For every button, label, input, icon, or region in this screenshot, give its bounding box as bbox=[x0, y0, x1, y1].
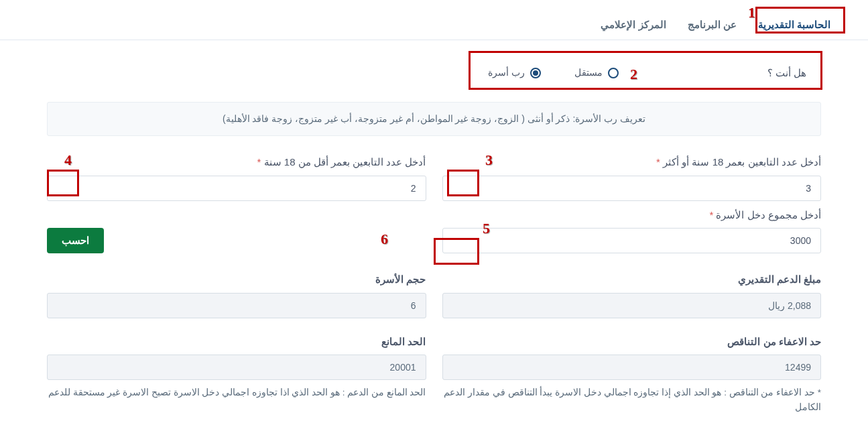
income-input[interactable] bbox=[442, 228, 822, 253]
result-family-size: حجم الأسرة bbox=[47, 272, 426, 318]
content-area: هل أنت ؟ مستقل رب أسرة تعريف رب الأسرة: … bbox=[0, 40, 868, 431]
family-head-definition: تعريف رب الأسرة: ذكر أو أنثى ( الزوج، زو… bbox=[47, 102, 821, 136]
radio-label: رب أسرة bbox=[488, 66, 525, 80]
family-size-output bbox=[47, 293, 426, 318]
result-label: حجم الأسرة bbox=[47, 272, 426, 288]
adults-input[interactable] bbox=[442, 176, 822, 201]
exemption-limit-output bbox=[442, 355, 822, 380]
result-label: الحد المانع bbox=[47, 334, 426, 350]
user-type-radio-group: مستقل رب أسرة bbox=[488, 66, 619, 80]
blocking-limit-output bbox=[47, 355, 426, 380]
field-income-label: أدخل مجموع دخل الأسرة * bbox=[442, 208, 822, 223]
result-label: حد الاعفاء من التناقص bbox=[442, 334, 822, 350]
tab-calculator[interactable]: الحاسبة التقديرية bbox=[747, 11, 841, 40]
radio-icon bbox=[608, 68, 619, 78]
calculate-button[interactable]: احسب bbox=[47, 228, 104, 253]
radio-independent[interactable]: مستقل bbox=[574, 66, 619, 80]
user-type-label: هل أنت ؟ bbox=[666, 66, 806, 81]
minors-input[interactable] bbox=[47, 176, 426, 201]
field-adults: أدخل عدد التابعين بعمر 18 سنة أو أكثر * bbox=[442, 155, 822, 201]
note-exemption: * حد الاعفاء من التناقص : هو الحد الذي إ… bbox=[442, 385, 822, 414]
radio-head-of-family[interactable]: رب أسرة bbox=[488, 66, 541, 80]
estimated-support-output bbox=[442, 293, 822, 318]
field-minors: أدخل عدد التابعين بعمر أقل من 18 سنة * bbox=[47, 155, 426, 201]
result-exemption-limit: حد الاعفاء من التناقص bbox=[442, 334, 822, 381]
radio-label: مستقل bbox=[574, 66, 603, 80]
note-blocking: الحد المانع من الدعم : هو الحد الذي اذا … bbox=[47, 385, 426, 414]
user-type-question: هل أنت ؟ مستقل رب أسرة bbox=[47, 56, 821, 90]
tab-about[interactable]: عن البرنامج bbox=[677, 11, 747, 40]
result-label: مبلغ الدعم التقديري bbox=[442, 272, 822, 288]
field-income: أدخل مجموع دخل الأسرة * bbox=[442, 208, 822, 254]
radio-icon bbox=[530, 68, 541, 78]
tab-media[interactable]: المركز الإعلامي bbox=[590, 11, 676, 40]
result-estimated-support: مبلغ الدعم التقديري bbox=[442, 272, 822, 318]
main-nav: الحاسبة التقديرية عن البرنامج المركز الإ… bbox=[0, 0, 868, 40]
field-minors-label: أدخل عدد التابعين بعمر أقل من 18 سنة * bbox=[47, 155, 426, 170]
result-blocking-limit: الحد المانع bbox=[47, 334, 426, 381]
field-adults-label: أدخل عدد التابعين بعمر 18 سنة أو أكثر * bbox=[442, 155, 822, 170]
